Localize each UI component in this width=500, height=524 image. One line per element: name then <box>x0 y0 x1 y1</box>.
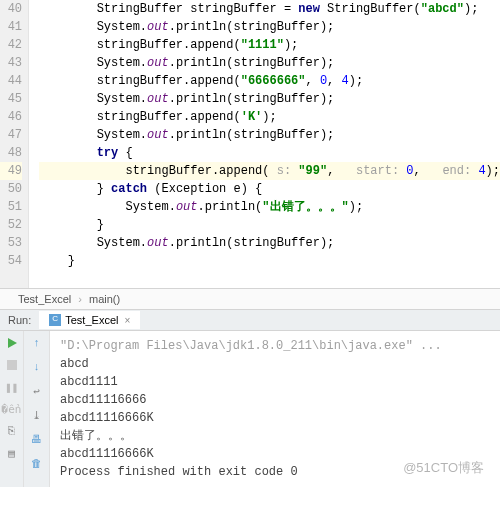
breadcrumb-method[interactable]: main() <box>89 293 120 305</box>
exit-icon[interactable]: �ển <box>4 401 20 417</box>
breadcrumb[interactable]: Test_Excel › main() <box>0 288 500 310</box>
class-file-icon <box>49 314 61 326</box>
console-line: abcd11116666 <box>60 391 490 409</box>
rerun-icon[interactable] <box>4 335 20 351</box>
console-output[interactable]: "D:\Program Files\Java\jdk1.8.0_211\bin\… <box>50 331 500 487</box>
scroll-icon[interactable]: ⤓ <box>29 407 45 423</box>
pause-icon[interactable]: ❚❚ <box>4 379 20 395</box>
wrap-icon[interactable]: ↩ <box>29 383 45 399</box>
chevron-right-icon: › <box>74 293 86 305</box>
breadcrumb-class[interactable]: Test_Excel <box>18 293 71 305</box>
code-area[interactable]: StringBuffer stringBuffer = new StringBu… <box>29 0 500 288</box>
close-icon[interactable]: × <box>124 315 130 326</box>
console-line: abcd11116666K <box>60 409 490 427</box>
run-tab-label: Test_Excel <box>65 314 118 326</box>
dump-icon[interactable]: ⎘ <box>4 423 20 439</box>
run-label: Run: <box>0 310 39 330</box>
run-panel: Run: Test_Excel × ❚❚ �ển ⎘ ▤ ↑ ↓ ↩ ⤓ 🖶 🗑… <box>0 310 500 487</box>
line-gutter: 40414243 44454647 48495051 525354 <box>0 0 29 288</box>
run-header: Run: Test_Excel × <box>0 310 500 331</box>
trash-icon[interactable]: 🗑 <box>29 455 45 471</box>
run-toolbar-right: ↑ ↓ ↩ ⤓ 🖶 🗑 <box>24 331 50 487</box>
watermark: @51CTO博客 <box>403 459 484 477</box>
svg-marker-0 <box>8 338 17 348</box>
console-line: abcd1111 <box>60 373 490 391</box>
svg-rect-1 <box>7 360 17 370</box>
console-line: abcd <box>60 355 490 373</box>
down-icon[interactable]: ↓ <box>29 359 45 375</box>
print-icon[interactable]: 🖶 <box>29 431 45 447</box>
layout-icon[interactable]: ▤ <box>4 445 20 461</box>
console-cmdline: "D:\Program Files\Java\jdk1.8.0_211\bin\… <box>60 337 490 355</box>
up-icon[interactable]: ↑ <box>29 335 45 351</box>
run-tab[interactable]: Test_Excel × <box>39 311 140 329</box>
code-editor[interactable]: 40414243 44454647 48495051 525354 String… <box>0 0 500 288</box>
run-toolbar-left: ❚❚ �ển ⎘ ▤ <box>0 331 24 487</box>
stop-icon[interactable] <box>4 357 20 373</box>
console-line: 出错了。。。 <box>60 427 490 445</box>
